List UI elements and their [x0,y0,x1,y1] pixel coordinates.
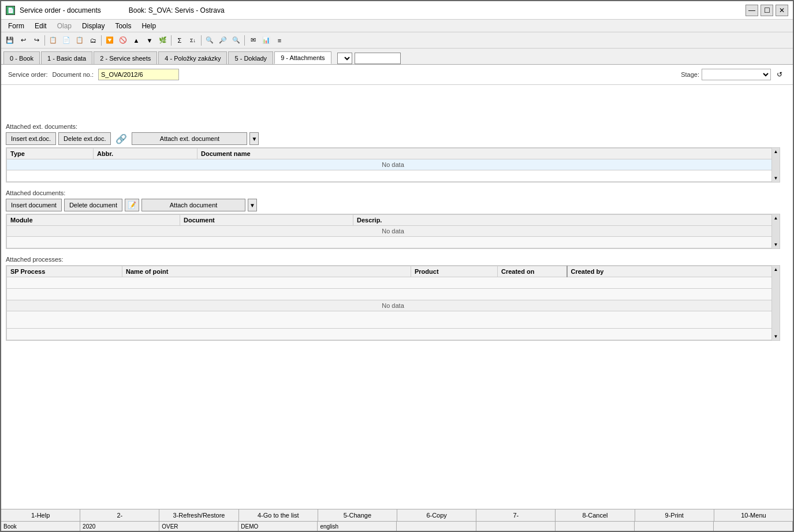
status-copy[interactable]: 6-Copy [397,509,476,521]
ext-docs-spacer [7,170,780,182]
ext-docs-title: Attached ext. documents: [6,123,788,130]
status-bottom: Book 2020 OVER DEMO english [1,522,793,531]
search-btn[interactable]: 🔍 [203,34,216,47]
docs-scroll-down[interactable]: ▼ [773,241,780,248]
status-print[interactable]: 9-Print [635,509,714,521]
menu-help[interactable]: Help [137,21,161,31]
menu-bar: Form Edit Olap Display Tools Help [1,20,793,32]
stage-label: Stage: [681,71,699,78]
content-area: Attached ext. documents: Insert ext.doc.… [1,85,793,509]
paste-btn[interactable]: 📋 [73,34,86,47]
ext-docs-btn-row: Insert ext.doc. Delete ext.doc. 🔗 Attach… [6,132,788,145]
tab-polozky[interactable]: 4 - Položky zakázky [158,51,227,64]
proc-scroll-down[interactable]: ▼ [773,333,780,340]
status-menu[interactable]: 10-Menu [714,509,793,521]
menu-btn[interactable]: ≡ [273,34,286,47]
toolbar: 💾 ↩ ↪ 📋 📄 📋 🗂 🔽 🚫 ▲ ▼ 🌿 Σ Σ↓ 🔍 🔎 🔍 ✉ 📊 ≡ [1,32,793,49]
scroll-up-arrow[interactable]: ▲ [773,148,780,155]
ext-docs-scrollbar[interactable]: ▲ ▼ [771,148,780,182]
chart-btn[interactable]: 📊 [260,34,273,47]
title-bar: 📄 Service order - documents Book: S_OVA:… [1,1,793,20]
close-button[interactable]: ✕ [776,5,788,16]
processes-no-data: No data [7,300,780,311]
mail-btn[interactable]: ✉ [247,34,259,47]
search3-btn[interactable]: 🔍 [230,34,243,47]
menu-form[interactable]: Form [3,21,29,31]
folder-btn[interactable]: 🗂 [87,34,99,47]
docs-empty-row: No data [7,226,780,237]
tab-doklady[interactable]: 5 - Doklady [228,51,273,64]
tab-input-1[interactable] [355,53,401,64]
processes-spacer3 [7,311,780,329]
processes-scrollbar[interactable]: ▲ ▼ [771,266,780,340]
tab-basic-data[interactable]: 1 - Basic data [41,51,92,64]
filter-btn[interactable]: 🔽 [103,34,116,47]
stage-reset-btn[interactable]: ↺ [773,68,786,81]
delete-ext-doc-btn[interactable]: Delete ext.doc. [58,132,111,145]
processes-spacer1 [7,277,780,289]
menu-display[interactable]: Display [77,21,109,31]
processes-spacer4 [7,329,780,340]
menu-tools[interactable]: Tools [110,21,136,31]
docs-title: Attached documents: [6,189,788,196]
clear-filter-btn[interactable]: 🚫 [117,34,129,47]
insert-ext-doc-btn[interactable]: Insert ext.doc. [6,132,56,145]
attach-doc-dropdown[interactable]: ▼ [248,199,257,211]
docs-scroll-up[interactable]: ▲ [773,214,780,222]
status-sub-book: Book [1,522,80,531]
menu-olap[interactable]: Olap [53,21,76,31]
insert-doc-btn[interactable]: Insert document [6,199,62,211]
processes-table-wrapper: SP Process Name of point Product Created… [6,265,780,341]
copy-btn[interactable]: 📋 [47,34,59,47]
proc-scroll-up[interactable]: ▲ [773,266,780,273]
up-btn[interactable]: ▲ [130,34,143,47]
status-refresh[interactable]: 3-Refresh/Restore [159,509,238,521]
attach-doc-btn[interactable]: Attach document [141,199,245,211]
maximize-button[interactable]: ☐ [761,5,773,16]
status-change[interactable]: 5-Change [318,509,397,521]
status-cancel[interactable]: 8-Cancel [556,509,635,521]
ext-docs-table-wrapper: Type Abbr. Document name No data ▲ [6,147,780,183]
status-help[interactable]: 1-Help [1,509,80,521]
docs-btn-row: Insert document Delete document 📝 Attach… [6,199,788,211]
doc-icon-btn[interactable]: 📝 [125,199,139,211]
document-no-label: Document no.: [52,71,94,78]
scroll-down-arrow[interactable]: ▼ [773,174,780,182]
processes-spacer2 [7,289,780,300]
status-sub-7 [476,522,556,531]
delete-doc-btn[interactable]: Delete document [64,199,122,211]
docs-spacer [7,237,780,248]
minimize-button[interactable]: — [745,5,758,16]
menu-edit[interactable]: Edit [30,21,51,31]
status-top: 1-Help 2- 3-Refresh/Restore 4-Go to the … [1,509,793,522]
docs-table-wrapper: Module Document Descrip. No data ▲ [6,214,780,249]
status-list[interactable]: 4-Go to the list [239,509,318,521]
tab-attachments[interactable]: 9 - Attachments [274,51,331,64]
save-btn[interactable]: 💾 [3,34,16,47]
status-2[interactable]: 2- [80,509,159,521]
redo-btn[interactable]: ↪ [30,34,43,47]
tab-service-sheets[interactable]: 2 - Service sheets [94,51,157,64]
status-7[interactable]: 7- [476,509,556,521]
processes-empty-row: No data [7,300,780,311]
tab-dropdown-1[interactable] [337,53,352,64]
undo-btn[interactable]: ↩ [17,34,29,47]
tree-btn[interactable]: 🌿 [156,34,169,47]
attach-ext-doc-btn[interactable]: Attach ext. document [132,132,247,145]
ext-docs-no-data: No data [7,159,780,170]
new-btn[interactable]: 📄 [60,34,73,47]
proc-col-name: Name of point [122,266,411,277]
stage-select[interactable] [702,69,771,80]
document-no-input[interactable] [98,69,179,80]
sum-btn[interactable]: Σ [173,34,186,47]
doc-col-module: Module [7,215,180,226]
sum2-btn[interactable]: Σ↓ [187,34,199,47]
docs-scrollbar[interactable]: ▲ ▼ [771,214,780,248]
down-btn[interactable]: ▼ [143,34,156,47]
tab-book[interactable]: 0 - Book [3,51,40,64]
attached-processes-section: Attached processes: SP Process Name of p… [6,256,788,341]
search2-btn[interactable]: 🔎 [217,34,229,47]
status-sub-2020: 2020 [80,522,159,531]
attach-ext-doc-dropdown[interactable]: ▼ [249,132,259,145]
ext-col-type: Type [7,148,94,159]
